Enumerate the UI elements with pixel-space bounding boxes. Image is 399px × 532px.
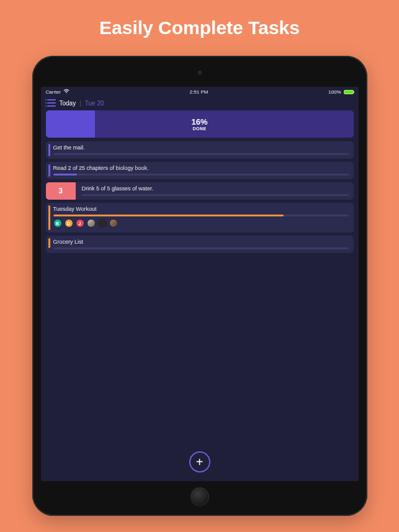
task-progress-bar — [53, 247, 349, 249]
avatar[interactable] — [87, 219, 96, 228]
ipad-frame: Carrier 2:51 PM 100% Today | Tue 20 16% … — [32, 56, 367, 516]
task-progress-bar — [53, 215, 349, 216]
avatar[interactable] — [109, 219, 118, 228]
status-left: Carrier — [46, 89, 69, 95]
progress-percent: 16% — [191, 117, 207, 126]
task-item[interactable]: Tuesday WorkoutBDJ — [46, 203, 354, 233]
menu-icon[interactable] — [47, 99, 56, 107]
status-time: 2:51 PM — [190, 89, 208, 95]
task-list: Get the mail.Read 2 of 25 chapters of bi… — [41, 141, 359, 253]
task-item[interactable]: 3Drink 5 of 5 glasses of water. — [46, 182, 354, 200]
status-bar: Carrier 2:51 PM 100% — [41, 87, 359, 97]
header-title: Today — [60, 100, 76, 107]
task-accent — [48, 144, 50, 156]
task-avatars: BDJ — [53, 219, 349, 228]
progress-text: 16% DONE — [191, 117, 207, 131]
progress-done-label: DONE — [191, 126, 207, 131]
task-title: Get the mail. — [53, 144, 349, 151]
header-separator: | — [79, 100, 81, 107]
task-accent — [48, 164, 50, 177]
carrier-label: Carrier — [46, 89, 61, 95]
battery-pct: 100% — [328, 89, 341, 95]
task-accent — [48, 238, 50, 248]
page-header: Today | Tue 20 — [41, 97, 359, 110]
app-screen: Carrier 2:51 PM 100% Today | Tue 20 16% … — [41, 87, 359, 481]
avatar[interactable] — [98, 219, 107, 228]
task-title: Drink 5 of 5 glasses of water. — [82, 185, 349, 192]
task-item[interactable]: Grocery List — [46, 236, 354, 253]
promo-title: Easily Complete Tasks — [0, 0, 399, 38]
task-title: Read 2 of 25 chapters of biology book. — [53, 165, 349, 171]
progress-fill — [46, 110, 95, 138]
task-progress-fill — [53, 215, 284, 216]
avatar[interactable]: J — [76, 219, 84, 228]
task-progress-bar — [53, 174, 349, 175]
header-date: Tue 20 — [85, 100, 104, 107]
camera-dot — [198, 71, 202, 74]
add-task-button[interactable]: + — [189, 451, 210, 472]
home-button[interactable] — [191, 487, 209, 506]
task-progress-bar — [82, 194, 349, 196]
status-right: 100% — [328, 89, 353, 95]
avatar[interactable]: B — [53, 219, 62, 228]
task-progress-fill — [53, 174, 77, 175]
task-counter[interactable]: 3 — [46, 182, 76, 200]
task-item[interactable]: Read 2 of 25 chapters of biology book. — [46, 162, 354, 179]
task-item[interactable]: Get the mail. — [46, 141, 354, 159]
avatar[interactable]: D — [65, 219, 73, 228]
wifi-icon — [63, 89, 69, 95]
progress-card[interactable]: 16% DONE — [46, 110, 354, 138]
task-accent — [48, 205, 50, 230]
battery-icon — [344, 90, 354, 94]
task-title: Tuesday Workout — [53, 206, 349, 212]
plus-icon: + — [196, 455, 204, 469]
task-progress-bar — [53, 153, 349, 155]
task-title: Grocery List — [53, 239, 349, 245]
